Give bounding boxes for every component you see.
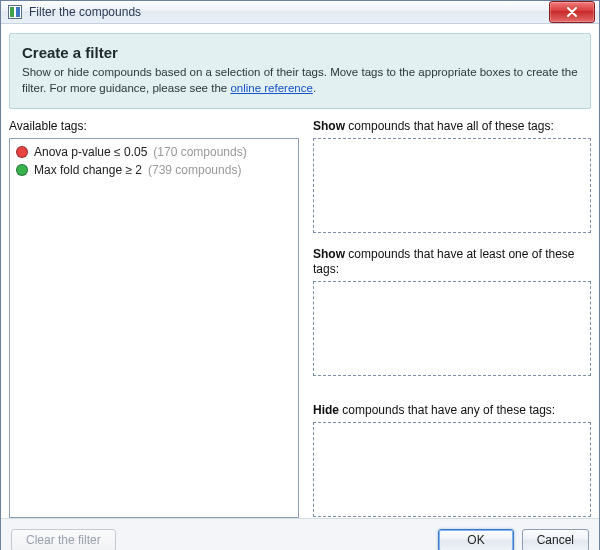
info-body: Show or hide compounds based on a select…: [22, 65, 578, 96]
hide-dropbox[interactable]: [313, 422, 591, 517]
titlebar[interactable]: Filter the compounds: [1, 1, 599, 24]
tag-count: (170 compounds): [153, 145, 246, 159]
show-all-label-rest: compounds that have all of these tags:: [345, 119, 554, 133]
app-icon: [7, 4, 23, 20]
cancel-button[interactable]: Cancel: [522, 529, 589, 550]
show-all-dropbox[interactable]: [313, 138, 591, 233]
available-tags-label: Available tags:: [9, 119, 299, 134]
tag-count: (739 compounds): [148, 163, 241, 177]
svg-rect-2: [16, 7, 20, 17]
hide-label: Hide compounds that have any of these ta…: [313, 390, 591, 418]
info-panel: Create a filter Show or hide compounds b…: [9, 33, 591, 109]
hide-label-rest: compounds that have any of these tags:: [339, 403, 555, 417]
info-heading: Create a filter: [22, 44, 578, 61]
clear-filter-button[interactable]: Clear the filter: [11, 529, 116, 550]
show-any-label-rest: compounds that have at least one of thes…: [313, 247, 575, 276]
columns: Available tags: Anova p-value ≤ 0.05(170…: [1, 117, 599, 518]
show-all-section: Show compounds that have all of these ta…: [313, 117, 591, 233]
show-any-section: Show compounds that have at least one of…: [313, 245, 591, 376]
dialog-window: Filter the compounds Create a filter Sho…: [0, 0, 600, 550]
show-all-label-bold: Show: [313, 119, 345, 133]
footer: Clear the filter OK Cancel: [1, 518, 599, 550]
window-title: Filter the compounds: [29, 5, 549, 19]
svg-rect-1: [10, 7, 14, 17]
tag-swatch-icon: [16, 146, 28, 158]
hide-section: Hide compounds that have any of these ta…: [313, 388, 591, 517]
info-body-post: .: [313, 82, 316, 94]
show-any-label-bold: Show: [313, 247, 345, 261]
show-any-dropbox[interactable]: [313, 281, 591, 376]
show-any-label: Show compounds that have at least one of…: [313, 247, 591, 277]
available-tags-list[interactable]: Anova p-value ≤ 0.05(170 compounds)Max f…: [9, 138, 299, 518]
tag-item[interactable]: Anova p-value ≤ 0.05(170 compounds): [14, 143, 294, 161]
tag-swatch-icon: [16, 164, 28, 176]
available-tags-column: Available tags: Anova p-value ≤ 0.05(170…: [9, 117, 299, 518]
tag-name: Anova p-value ≤ 0.05: [34, 145, 147, 159]
close-button[interactable]: [549, 1, 595, 23]
ok-button[interactable]: OK: [438, 529, 513, 550]
filter-boxes-column: Show compounds that have all of these ta…: [313, 117, 591, 518]
close-icon: [566, 7, 578, 17]
show-all-label: Show compounds that have all of these ta…: [313, 119, 591, 134]
tag-item[interactable]: Max fold change ≥ 2(739 compounds): [14, 161, 294, 179]
content-area: Create a filter Show or hide compounds b…: [1, 24, 599, 550]
online-reference-link[interactable]: online reference: [230, 82, 312, 94]
tag-name: Max fold change ≥ 2: [34, 163, 142, 177]
hide-label-bold: Hide: [313, 403, 339, 417]
